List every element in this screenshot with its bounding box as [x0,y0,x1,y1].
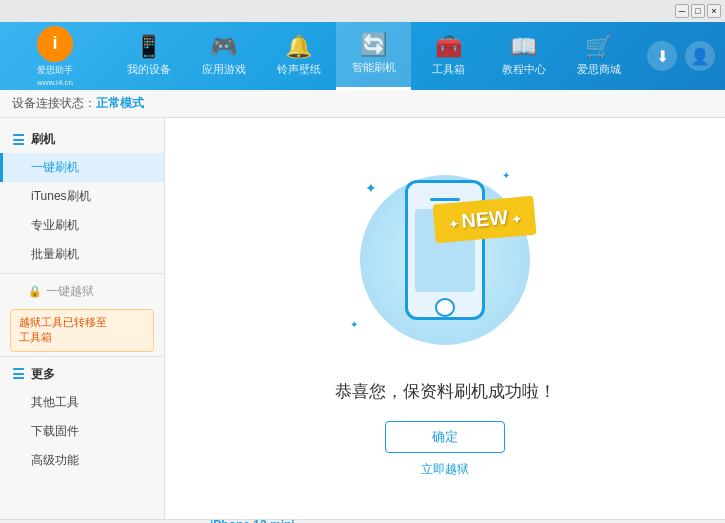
minimize-button[interactable]: ─ [675,4,689,18]
sidebar-item-firmware[interactable]: 下载固件 [0,417,164,446]
restore-button[interactable]: □ [691,4,705,18]
title-bar: ─ □ × [0,0,725,22]
sidebar-item-advanced[interactable]: 高级功能 [0,446,164,475]
sparkle-1: ✦ [365,180,377,196]
new-banner: NEW [432,195,536,243]
nav-label-shop: 爱思商城 [577,62,621,77]
sidebar-divider-2 [0,356,164,357]
status-prefix: 设备连接状态： [12,95,96,112]
logo-appname: 爱思助手 www.i4.cn [37,64,73,87]
nav-items: 📱 我的设备 🎮 应用游戏 🔔 铃声壁纸 🔄 智能刷机 🧰 工具箱 📖 教程中心… [100,22,647,90]
main-area: ☰ 刷机 一键刷机 iTunes刷机 专业刷机 批量刷机 🔒 一键越狱 越狱工具… [0,118,725,519]
nav-item-shop[interactable]: 🛒 爱思商城 [561,22,636,90]
sidebar-notice: 越狱工具已转移至工具箱 [10,309,154,352]
tools-icon: 🧰 [435,36,462,58]
lock-icon: 🔒 [28,285,42,298]
sparkle-3: ✦ [350,319,358,330]
close-button[interactable]: × [707,4,721,18]
notice-text: 越狱工具已转移至工具箱 [19,316,107,343]
nav-item-apps[interactable]: 🎮 应用游戏 [186,22,261,90]
bottom-left: 自动敏定 跳过向导 📱 iPhone 12 mini 64GB Down-12m… [10,518,514,524]
nav-label-tutorials: 教程中心 [502,62,546,77]
download-button[interactable]: ⬇ [647,41,677,71]
sidebar-item-batch[interactable]: 批量刷机 [0,240,164,269]
nav-label-tools: 工具箱 [432,62,465,77]
jailbreak-label: 一键越狱 [46,283,94,300]
success-text: 恭喜您，保资料刷机成功啦！ [335,380,556,403]
logo-icon: i [37,26,73,62]
bottom-bar: 自动敏定 跳过向导 📱 iPhone 12 mini 64GB Down-12m… [0,519,725,523]
apps-icon: 🎮 [210,36,237,58]
content-area: ✦ ✦ ✦ NEW 恭喜您，保资料刷机成功啦！ 确定 立即越狱 [165,118,725,519]
more-section-icon: ☰ [12,366,25,382]
sidebar-item-pro[interactable]: 专业刷机 [0,211,164,240]
jailbreak-link[interactable]: 立即越狱 [421,461,469,478]
user-button[interactable]: 👤 [685,41,715,71]
ringtone-icon: 🔔 [285,36,312,58]
nav-label-flash: 智能刷机 [352,60,396,75]
itunes-status: 阻止iTunes运行 [165,519,258,523]
phone-home-button [435,298,455,317]
flash-section-label: 刷机 [31,131,55,148]
sidebar-item-oneclick[interactable]: 一键刷机 [0,153,164,182]
nav-item-tutorials[interactable]: 📖 教程中心 [486,22,561,90]
more-section-label: 更多 [31,366,55,383]
flash-section-icon: ☰ [12,132,25,148]
logo-area: i 爱思助手 www.i4.cn [10,26,100,87]
tutorials-icon: 📖 [510,36,537,58]
nav-label-mydevice: 我的设备 [127,62,171,77]
device-status-bar: 设备连接状态： 正常模式 [0,90,725,118]
nav-item-ringtone[interactable]: 🔔 铃声壁纸 [261,22,336,90]
status-value: 正常模式 [96,95,144,112]
confirm-button[interactable]: 确定 [385,421,505,453]
sidebar-section-flash: ☰ 刷机 [0,126,164,153]
sidebar-item-itunes[interactable]: iTunes刷机 [0,182,164,211]
nav-label-apps: 应用游戏 [202,62,246,77]
top-nav: i 爱思助手 www.i4.cn 📱 我的设备 🎮 应用游戏 🔔 铃声壁纸 🔄 … [0,22,725,90]
sparkle-2: ✦ [502,170,510,181]
shop-icon: 🛒 [585,36,612,58]
nav-label-ringtone: 铃声壁纸 [277,62,321,77]
success-illustration: ✦ ✦ ✦ NEW [335,160,555,360]
sidebar: ☰ 刷机 一键刷机 iTunes刷机 专业刷机 批量刷机 🔒 一键越狱 越狱工具… [0,118,165,519]
sidebar-divider-1 [0,273,164,274]
sidebar-item-jailbreak: 🔒 一键越狱 [0,278,164,305]
sidebar-item-othertools[interactable]: 其他工具 [0,388,164,417]
nav-item-flash[interactable]: 🔄 智能刷机 [336,22,411,90]
sidebar-section-more: ☰ 更多 [0,361,164,388]
nav-item-mydevice[interactable]: 📱 我的设备 [111,22,186,90]
nav-item-tools[interactable]: 🧰 工具箱 [411,22,486,90]
flash-icon: 🔄 [360,34,387,56]
phone-speaker [430,198,460,202]
nav-right: ⬇ 👤 [647,41,715,71]
mydevice-icon: 📱 [135,36,162,58]
